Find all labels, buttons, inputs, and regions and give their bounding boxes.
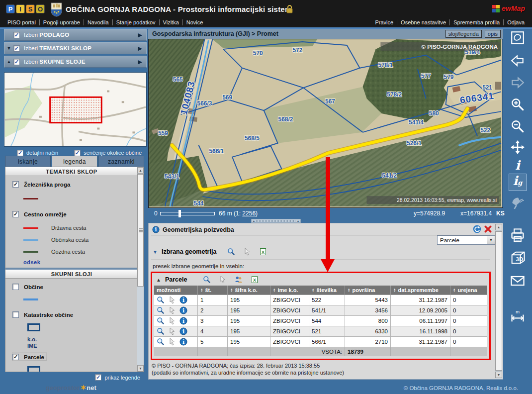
scroll-up-icon[interactable]: ▲ [137,167,144,174]
menu-item-stanje[interactable]: Stanje podatkov [113,19,160,25]
info-row-icon[interactable] [179,306,187,314]
legend-scroll-thumb[interactable] [137,174,144,287]
select-row-icon[interactable] [168,338,176,346]
zoom-row-icon[interactable] [157,338,165,346]
select-results-icon[interactable] [219,276,227,284]
zoom-out-button[interactable] [507,117,529,135]
menu-item-odjava[interactable]: Odjava [504,19,528,25]
export-results-icon[interactable] [251,276,259,284]
tematski-checkbox[interactable]: ✓ [13,45,20,52]
panel-resize-handle[interactable]: ▲▲ [251,219,301,223]
menu-item-vizitka[interactable]: Vizitka [160,19,183,25]
forward-button[interactable] [507,74,529,92]
obcine-checkbox[interactable] [12,284,19,290]
accordion-tematski-sklop[interactable]: ▼ ✓ Izberi TEMATSKI SKLOP ▶ [4,42,147,54]
skupni-checkbox[interactable]: ✓ [13,59,20,65]
scale-slider-track[interactable] [160,212,215,215]
select-row-icon[interactable] [168,327,176,335]
map-extent-indicator[interactable] [50,97,102,122]
expand-icon[interactable]: ▲ [4,59,13,64]
panel-scrollbar[interactable]: ▲ ▼ [495,224,502,379]
owners-icon[interactable] [235,276,243,284]
panel-scroll-thumb[interactable] [495,231,502,371]
mail-button[interactable] [507,272,529,290]
select-row-icon[interactable] [168,317,176,325]
odsek-link[interactable]: odsek [23,259,40,265]
geoprostor-logo[interactable]: geoprostor✶net [46,384,96,392]
scroll-up-icon[interactable]: ▲ [495,224,502,230]
zoom-row-icon[interactable] [157,306,165,314]
info-row-icon[interactable] [179,327,187,335]
back-button[interactable] [507,52,529,70]
refresh-icon[interactable] [473,225,481,233]
accordion-podlago[interactable]: ✓ Izberi PODLAGO ▶ [4,29,147,41]
menu-item-nastavitve[interactable]: Osebne nastavitve [397,19,450,25]
info-row-icon[interactable] [179,317,187,325]
cell: 5 [198,337,228,347]
menu-item-novice[interactable]: Novice [183,19,207,25]
zoom-results-icon[interactable] [203,276,211,284]
scale-link[interactable]: 2256 [242,210,256,217]
detajlni-nacin-checkbox[interactable]: ✓ [17,150,23,156]
zoom-row-icon[interactable] [157,317,165,325]
print-button[interactable] [507,226,529,244]
export-geometry-icon[interactable] [259,248,267,256]
menu-item-navodila[interactable]: Navodila [84,19,113,25]
select-row-icon[interactable] [168,306,176,314]
zoom-in-button[interactable] [507,96,529,113]
scale-slider-thumb[interactable] [178,210,181,217]
podlago-checkbox[interactable]: ✓ [13,32,20,38]
accordion-skupni-sloji[interactable]: ▲ ✓ Izberi SKUPNE SLOJE ▶ [4,56,147,68]
pan-button[interactable] [507,138,529,156]
collapse-icon[interactable]: ▼ [4,46,13,51]
zoom-row-icon[interactable] [157,327,165,335]
tab-legenda[interactable]: legenda [52,156,97,167]
info-button[interactable]: i [507,156,529,174]
info-graphic-button[interactable]: ig [507,173,529,191]
full-extent-button[interactable] [507,29,529,47]
3d-view-button[interactable]: 3D [507,249,529,267]
overview-map[interactable] [4,72,147,147]
cell: 195 [228,305,270,316]
select-geometry-icon[interactable] [243,248,251,256]
katastrske-checkbox[interactable] [12,311,19,318]
col-povrsina[interactable]: ▲▼površina [345,286,391,295]
col-urejena[interactable]: ▲▼urejena [450,286,487,295]
col-ime-ko[interactable]: ▲▼ime k.o. [270,286,309,295]
col-st[interactable]: ▲▼št. [198,286,228,295]
menu-item-piso-portal[interactable]: PISO portal [4,19,40,25]
prikaz-legende-checkbox[interactable]: ✓ [95,374,101,381]
layers-legend-button[interactable]: sloji/legenda [445,30,482,38]
menu-item-profil[interactable]: Sprememba profila [450,19,504,25]
measure-button[interactable]: m [507,307,529,325]
legend-scrollbar[interactable]: ▲ ▼ [137,167,144,372]
gps-button[interactable] [507,194,529,212]
parcele-checkbox[interactable]: ✓ [12,354,19,360]
roads-checkbox[interactable]: ✓ [12,211,19,217]
zoom-to-geometry-icon[interactable] [227,248,235,256]
sum-cell [270,347,309,356]
expand-icon[interactable]: ▼ [153,249,158,255]
star-icon: ✶ [81,384,87,392]
railway-checkbox[interactable]: ✓ [12,181,19,188]
col-moznosti[interactable]: možnosti [154,286,198,295]
close-icon[interactable] [484,225,492,233]
tab-zaznamki[interactable]: zaznamki [98,156,144,167]
col-stevilka[interactable]: ▲▼številka [309,286,345,295]
tab-iskanje[interactable]: iskanje [5,156,51,167]
scroll-down-icon[interactable]: ▼ [495,372,502,378]
menu-item-pogoji[interactable]: Pogoji uporabe [40,19,84,25]
scroll-down-icon[interactable]: ▼ [137,365,144,372]
zoom-row-icon[interactable] [157,296,165,304]
menu-item-pravice[interactable]: Pravice [371,19,397,25]
sencenje-checkbox[interactable]: ✓ [74,150,81,156]
info-row-icon[interactable] [179,338,187,346]
collapse-icon[interactable]: ▲ [156,277,161,283]
info-row-icon[interactable] [179,296,187,304]
col-dat-spremembe[interactable]: ▲▼dat.spremembe [391,286,450,295]
coord-x: x=167931.4 [460,210,492,217]
col-sifra-ko[interactable]: ▲▼šifra k.o. [228,286,270,295]
description-button[interactable]: opis [485,30,501,38]
layer-select[interactable]: Parcele ▼ [437,235,495,245]
select-row-icon[interactable] [168,296,176,304]
